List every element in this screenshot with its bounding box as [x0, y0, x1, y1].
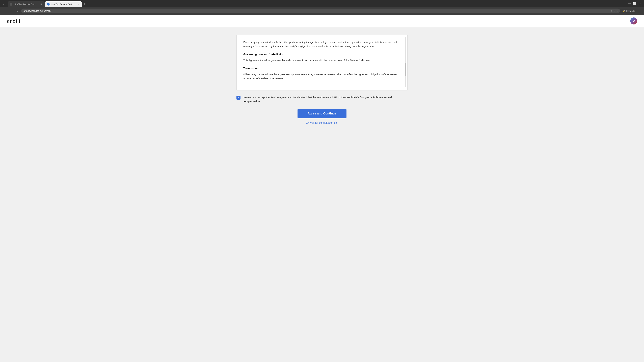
agree-continue-button[interactable]: Agree and Continue: [298, 109, 346, 118]
incognito-badge: 🕵 Incognito: [621, 9, 636, 13]
scrollbar-thumb[interactable]: [405, 63, 406, 76]
forward-button[interactable]: →: [8, 8, 14, 13]
close-window-button[interactable]: ✕: [638, 1, 642, 5]
incognito-label: Incognito: [626, 10, 635, 12]
tab-1-close-button[interactable]: ✕: [40, 3, 42, 6]
incognito-icon: 🕵: [623, 10, 626, 12]
menu-button[interactable]: ⋮: [637, 8, 642, 13]
tab-1-label: Hire Top Remote Software Dev...: [14, 3, 38, 5]
address-bar-row: ← → ↻ arc.dev/service-agreement ★ □ ↓ 🕵 …: [0, 7, 644, 15]
check-mark: ✓: [238, 96, 240, 99]
consultation-link[interactable]: Or wait for consultation call: [306, 121, 338, 124]
indemnification-text: Each party agrees to indemnify the other…: [243, 40, 401, 48]
agreement-checkbox[interactable]: ✓: [236, 96, 240, 100]
address-bar[interactable]: arc.dev/service-agreement ★ □ ↓: [21, 8, 620, 13]
agreement-box: Each party agrees to indemnify the other…: [236, 35, 408, 91]
tab-2-label: Hire Top Remote Software Dev...: [51, 3, 76, 5]
bookmark-icon[interactable]: ★: [610, 9, 612, 12]
address-actions: ★ □ ↓: [610, 9, 618, 12]
termination-title: Termination: [243, 67, 401, 70]
main-area: Each party agrees to indemnify the other…: [233, 31, 411, 128]
scrollbar-track[interactable]: [405, 37, 406, 88]
refresh-button[interactable]: ↻: [15, 8, 20, 13]
checkbox-label-start: I've read and accept the Service Agreeme…: [243, 96, 332, 99]
governing-law-title: Governing Law and Jurisdiction: [243, 53, 401, 56]
tab-nav: ‹: [1, 2, 6, 6]
buttons-area: Agree and Continue Or wait for consultat…: [236, 109, 408, 124]
maximize-button[interactable]: ⬜: [632, 1, 636, 5]
tab-back-button[interactable]: ‹: [1, 2, 6, 6]
avatar-initials: U: [633, 19, 635, 22]
site-logo: arc(): [7, 18, 21, 24]
user-avatar[interactable]: U: [630, 17, 637, 24]
tab-bar: ‹ Hire Top Remote Software Dev... ✕ Hire…: [0, 0, 644, 7]
browser-chrome: ‹ Hire Top Remote Software Dev... ✕ Hire…: [0, 0, 644, 15]
tab-2-close-button[interactable]: ✕: [77, 3, 80, 6]
page-content: Each party agrees to indemnify the other…: [0, 27, 644, 362]
tab-1[interactable]: Hire Top Remote Software Dev... ✕: [8, 1, 44, 7]
new-tab-button[interactable]: +: [82, 2, 87, 6]
download-icon[interactable]: ↓: [616, 9, 618, 12]
termination-text: Either party may terminate this Agreemen…: [243, 72, 401, 80]
window-controls: — ⬜ ✕: [627, 1, 643, 7]
browser-actions: 🕵 Incognito ⋮: [621, 8, 642, 13]
checkbox-area: ✓ I've read and accept the Service Agree…: [236, 95, 408, 103]
tab-2[interactable]: Hire Top Remote Software Dev... ✕: [45, 1, 82, 7]
minimize-button[interactable]: —: [627, 1, 631, 5]
site-header: arc() U: [0, 15, 644, 27]
tab-2-favicon: [47, 3, 50, 5]
address-url: arc.dev/service-agreement: [24, 9, 609, 12]
back-button[interactable]: ←: [2, 8, 7, 13]
extensions-icon[interactable]: □: [614, 9, 615, 12]
tab-1-favicon: [10, 3, 12, 5]
checkbox-label: I've read and accept the Service Agreeme…: [243, 95, 408, 103]
governing-law-text: This Agreement shall be governed by and …: [243, 58, 401, 62]
